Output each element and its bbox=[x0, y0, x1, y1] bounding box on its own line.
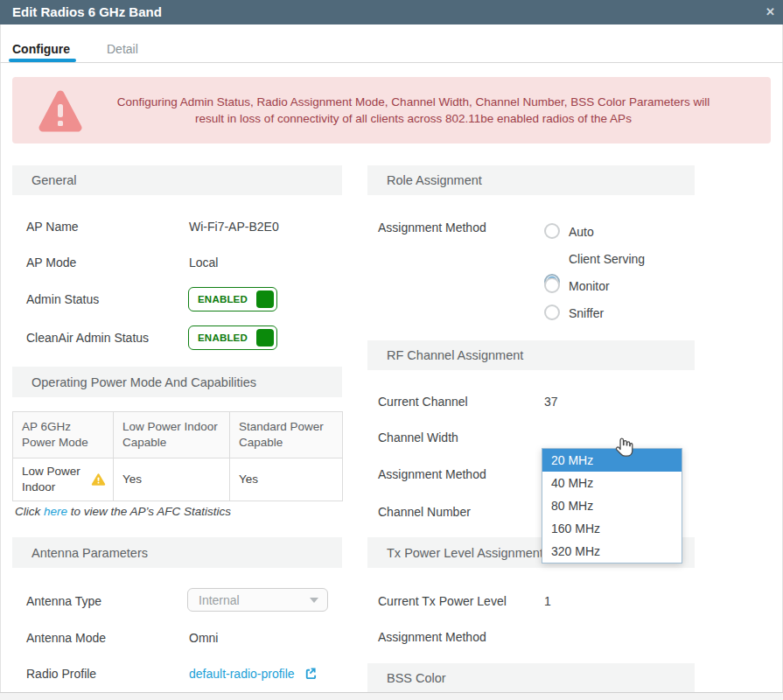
radio-auto-label: Auto bbox=[569, 225, 594, 239]
channel-number-label: Channel Number bbox=[378, 505, 471, 519]
afc-here-link[interactable]: here bbox=[44, 505, 67, 518]
current-channel-value: 37 bbox=[544, 395, 558, 409]
yellow-warning-icon bbox=[91, 472, 106, 486]
section-bss-title: BSS Color bbox=[387, 671, 446, 685]
sp-capable-value: Yes bbox=[230, 458, 343, 501]
current-tx-power-label: Current Tx Power Level bbox=[378, 594, 507, 608]
section-antenna: Antenna Parameters bbox=[12, 537, 342, 568]
admin-status-toggle-label: ENABLED bbox=[198, 294, 248, 304]
table-header-row: AP 6GHz Power Mode Low Power Indoor Capa… bbox=[13, 412, 343, 458]
section-rf-channel: RF Channel Assignment bbox=[367, 340, 695, 370]
col-lpi-capable: Low Power Indoor Capable bbox=[114, 412, 230, 458]
close-icon[interactable]: ✕ bbox=[766, 0, 775, 24]
rf-assignment-method-label: Assignment Method bbox=[378, 467, 486, 481]
section-bss-color: BSS Color bbox=[367, 663, 695, 692]
afc-prefix: Click bbox=[15, 505, 44, 518]
col-sp-capable: Standard Power Capable bbox=[230, 412, 343, 458]
admin-status-toggle[interactable]: ENABLED bbox=[188, 287, 277, 312]
dialog-title: Edit Radios 6 GHz Band bbox=[12, 0, 162, 24]
antenna-mode-value: Omni bbox=[189, 631, 218, 645]
channel-width-dropdown-list: 20 MHz 40 MHz 80 MHz 160 MHz 320 MHz bbox=[542, 448, 682, 564]
table-row: Low Power Indoor Yes Yes bbox=[13, 458, 343, 501]
channel-width-label: Channel Width bbox=[378, 430, 458, 444]
radio-sniffer[interactable] bbox=[544, 304, 560, 320]
warning-text: Configuring Admin Status, Radio Assignme… bbox=[108, 94, 718, 127]
section-antenna-title: Antenna Parameters bbox=[31, 546, 148, 560]
section-rf-title: RF Channel Assignment bbox=[387, 348, 523, 362]
power-capabilities-table: AP 6GHz Power Mode Low Power Indoor Capa… bbox=[12, 411, 343, 501]
lpi-capable-value: Yes bbox=[114, 458, 230, 501]
antenna-type-select: Internal bbox=[187, 588, 328, 612]
afc-suffix: to view the AP’s AFC Statistics bbox=[67, 505, 231, 518]
dialog-header: Edit Radios 6 GHz Band ✕ bbox=[0, 0, 783, 24]
radio-profile-link[interactable]: default-radio-profile bbox=[189, 667, 317, 681]
tab-configure[interactable]: Configure bbox=[12, 39, 70, 59]
section-tx-title: Tx Power Level Assignment bbox=[387, 546, 543, 560]
ap-name-label: AP Name bbox=[26, 220, 79, 234]
ap-mode-label: AP Mode bbox=[26, 256, 76, 270]
role-assignment-method-label: Assignment Method bbox=[378, 220, 486, 234]
cleanair-toggle-label: ENABLED bbox=[198, 332, 248, 343]
section-role-title: Role Assignment bbox=[387, 173, 482, 187]
cleanair-admin-status-label: CleanAir Admin Status bbox=[26, 331, 149, 345]
current-tx-power-value: 1 bbox=[544, 594, 551, 608]
section-power-mode-title: Operating Power Mode And Capabilities bbox=[31, 375, 256, 389]
toggle-knob bbox=[256, 290, 274, 308]
warning-triangle-icon bbox=[38, 88, 82, 134]
footer-strip bbox=[0, 692, 783, 700]
afc-statistics-note: Click here to view the AP’s AFC Statisti… bbox=[15, 505, 231, 518]
admin-status-label: Admin Status bbox=[26, 292, 99, 306]
antenna-mode-label: Antenna Mode bbox=[26, 631, 106, 645]
radio-auto[interactable] bbox=[544, 223, 560, 239]
antenna-type-label: Antenna Type bbox=[26, 594, 101, 608]
dialog-left-border bbox=[0, 24, 1, 700]
col-ap-power-mode: AP 6GHz Power Mode bbox=[13, 412, 114, 458]
ap-mode-value: Local bbox=[189, 256, 218, 270]
external-link-icon bbox=[304, 667, 317, 680]
dropdown-option-20mhz[interactable]: 20 MHz bbox=[542, 449, 682, 472]
radio-client-serving-label: Client Serving bbox=[569, 252, 645, 266]
antenna-type-value: Internal bbox=[199, 593, 240, 607]
tx-assignment-method-label: Assignment Method bbox=[378, 630, 486, 644]
section-general: General bbox=[12, 165, 342, 195]
dropdown-option-40mhz[interactable]: 40 MHz bbox=[542, 472, 682, 494]
dropdown-option-80mhz[interactable]: 80 MHz bbox=[542, 494, 682, 517]
dropdown-option-160mhz[interactable]: 160 MHz bbox=[542, 517, 682, 540]
dropdown-option-320mhz[interactable]: 320 MHz bbox=[542, 540, 682, 563]
tab-detail[interactable]: Detail bbox=[107, 39, 138, 59]
cleanair-admin-status-toggle[interactable]: ENABLED bbox=[188, 326, 277, 350]
toggle-knob bbox=[256, 329, 274, 346]
tabs-divider bbox=[0, 62, 783, 63]
radio-sniffer-label: Sniffer bbox=[569, 306, 604, 320]
power-mode-value: Low Power Indoor bbox=[22, 464, 84, 495]
radio-monitor-label: Monitor bbox=[569, 279, 610, 293]
current-channel-label: Current Channel bbox=[378, 395, 468, 409]
ap-name-value: Wi-Fi7-AP-B2E0 bbox=[189, 220, 279, 234]
section-power-mode: Operating Power Mode And Capabilities bbox=[12, 367, 342, 397]
warning-banner: Configuring Admin Status, Radio Assignme… bbox=[12, 77, 771, 144]
radio-profile-label: Radio Profile bbox=[26, 667, 96, 681]
section-general-title: General bbox=[31, 173, 77, 187]
section-role-assignment: Role Assignment bbox=[367, 165, 695, 195]
chevron-down-icon bbox=[310, 598, 318, 603]
radio-monitor[interactable] bbox=[544, 277, 560, 293]
radio-profile-value: default-radio-profile bbox=[189, 667, 295, 681]
